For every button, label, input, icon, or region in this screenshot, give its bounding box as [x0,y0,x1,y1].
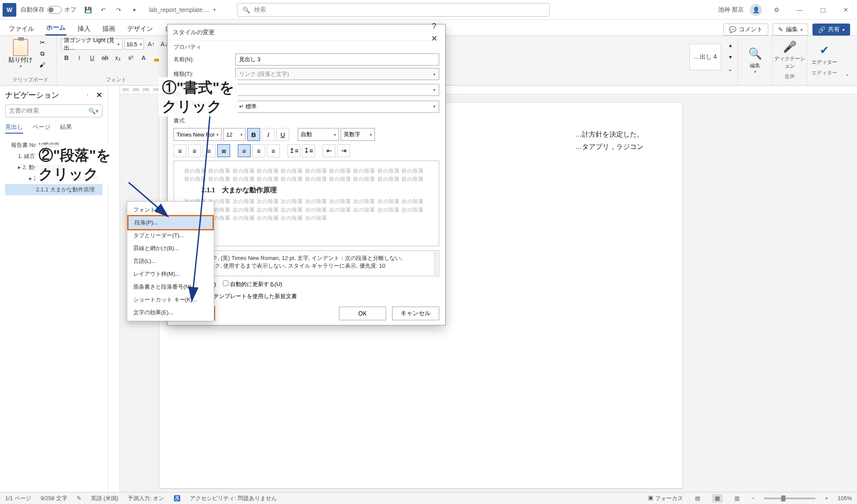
space-after-icon[interactable]: ↧≡ [302,144,315,157]
ribbon-options-icon[interactable]: ⚙ [768,3,785,17]
align-right-icon[interactable]: ≡ [203,144,216,157]
editor-group[interactable]: ✔ エディター エディター [807,36,842,85]
bold-icon[interactable]: B [61,52,72,63]
format-underline-icon[interactable]: U [276,128,289,141]
menu-border[interactable]: 罫線と網かけ(B)... [127,242,214,255]
status-predict[interactable]: 予測入力: オン [128,495,164,502]
editing-group[interactable]: 🔍 編集 ▾ [738,36,772,85]
gallery-down-icon[interactable]: ▾ [725,51,736,63]
autosave-toggle[interactable]: 自動保存 オフ [21,6,76,14]
nav-tab-results[interactable]: 結果 [60,123,72,134]
status-accessibility[interactable]: アクセシビリティ: 問題ありません [190,495,276,502]
underline-icon[interactable]: U [87,52,98,63]
zoom-out-icon[interactable]: − [752,495,755,501]
grow-font-icon[interactable]: A↑ [146,39,157,50]
format-bold-icon[interactable]: B [247,128,260,141]
menu-shortcut[interactable]: ショートカット キー(K)... [127,293,214,306]
redo-icon[interactable]: ↷ [114,5,123,15]
view-read-icon[interactable]: ▤ [692,494,703,503]
status-page[interactable]: 1/1 ページ [5,495,31,502]
document-title[interactable]: lab_report_template.… ▾ [149,6,216,13]
decrease-indent-icon[interactable]: ⇤ [323,144,336,157]
nav-search-input[interactable]: 文書の検索 🔍▾ [5,104,102,117]
strike-icon[interactable]: ab [99,52,111,63]
align-left-icon[interactable]: ≡ [174,144,186,157]
window-minimize-icon[interactable]: — [791,3,808,17]
next-style-combo[interactable]: ↵ 標準▾ [235,101,439,113]
window-maximize-icon[interactable]: ▢ [814,3,831,17]
format-script-combo[interactable]: 英数字▾ [341,128,375,141]
line-spacing-15-icon[interactable]: ≡ [252,144,265,157]
share-button[interactable]: 🔗 共有 ▾ [812,24,850,36]
format-font-combo[interactable]: Times New Ror▾ [174,128,222,141]
style-name-input[interactable]: 見出し 3 [235,54,439,66]
space-before-icon[interactable]: ↥≡ [288,144,300,157]
format-color-combo[interactable]: 自動▾ [298,128,339,141]
window-close-icon[interactable]: ✕ [837,3,854,17]
zoom-level[interactable]: 105% [838,495,852,501]
status-spellcheck-icon[interactable]: ✎ [77,495,81,501]
search-input[interactable]: 🔍 検索 [237,3,550,17]
superscript-icon[interactable]: x² [125,52,136,63]
view-web-icon[interactable]: ▥ [732,494,742,503]
gallery-up-icon[interactable]: ▴ [725,39,736,51]
status-language[interactable]: 英語 (米国) [91,495,118,502]
menu-frame[interactable]: レイアウト枠(M)... [127,268,214,280]
line-spacing-2-icon[interactable]: ≡ [267,144,280,157]
text-effects-icon[interactable]: A [138,52,149,63]
menu-numbering[interactable]: 箇条書きと段落番号(N)... [127,280,214,293]
increase-indent-icon[interactable]: ⇥ [337,144,350,157]
ribbon-collapse-icon[interactable]: ˅ [842,72,853,83]
format-size-combo[interactable]: 12▾ [223,128,246,141]
subscript-icon[interactable]: x₂ [112,52,123,63]
format-painter-icon[interactable]: 🖌 [39,61,46,69]
user-avatar-icon[interactable]: 👤 [750,4,762,16]
zoom-slider[interactable] [764,498,815,499]
toggle-switch-icon[interactable] [47,6,62,14]
status-words[interactable]: 9/258 文字 [41,495,67,502]
menu-paragraph[interactable]: 段落(P)... [127,215,214,230]
menu-font[interactable]: フォント(F)... [127,203,214,216]
menu-texteffect[interactable]: 文字の効果(E)... [127,306,214,319]
tab-file[interactable]: ファイル [8,22,35,36]
align-justify-icon[interactable]: ≣ [217,144,230,157]
dictation-group[interactable]: 🎤 ディクテーション 音声 [773,36,807,85]
gallery-more-icon[interactable]: ⌄ [725,63,736,75]
line-spacing-1-icon[interactable]: ≡ [238,144,251,157]
style-heading4-thumb[interactable]: …出し 4 [689,44,721,70]
align-center-icon[interactable]: ≡ [188,144,201,157]
comments-button[interactable]: 💬 コメント [723,24,768,36]
scrollbar[interactable] [434,252,438,275]
nav-tab-headings[interactable]: 見出し [5,123,23,134]
format-italic-icon[interactable]: I [262,128,275,141]
nav-tab-pages[interactable]: ページ [33,123,51,134]
menu-language[interactable]: 言語(L)... [127,255,214,268]
undo-icon[interactable]: ↶ [99,5,108,15]
font-size-combo[interactable]: 10.5▾ [124,39,144,50]
tree-item-selected[interactable]: 2.1.1 大まかな動作原理 [5,184,102,195]
ok-button[interactable]: OK [339,307,386,320]
qat-customize-icon[interactable]: ▾ [129,5,139,15]
zoom-in-icon[interactable]: + [825,495,828,501]
tab-insert[interactable]: 挿入 [77,22,91,36]
auto-update-checkbox[interactable]: 自動的に更新する(U) [223,280,282,288]
view-print-icon[interactable]: ▦ [712,494,722,503]
paste-button[interactable]: 貼り付け ▾ [9,39,33,69]
tab-design[interactable]: デザイン [126,22,154,36]
highlight-icon[interactable]: ▃ [151,52,162,63]
editing-mode-button[interactable]: ✎ 編集 ▾ [773,24,808,36]
tab-home[interactable]: ホーム [45,21,66,36]
save-icon[interactable]: 💾 [83,5,93,15]
tab-draw[interactable]: 描画 [102,22,116,36]
menu-tabs[interactable]: タブとリーダー(T)... [127,229,214,242]
close-icon[interactable]: ✕ [428,33,440,45]
help-icon[interactable]: ? [428,21,440,33]
focus-mode-button[interactable]: ▣ フォーカス [648,495,683,502]
chevron-down-icon[interactable]: ˅ [87,94,89,98]
copy-icon[interactable]: ⧉ [39,50,46,57]
cancel-button[interactable]: キャンセル [392,307,439,320]
close-icon[interactable]: ✕ [96,91,102,99]
font-name-combo[interactable]: 游ゴシック Light (見出…▾ [61,39,123,50]
italic-icon[interactable]: I [74,52,85,63]
cut-icon[interactable]: ✂ [39,39,46,46]
